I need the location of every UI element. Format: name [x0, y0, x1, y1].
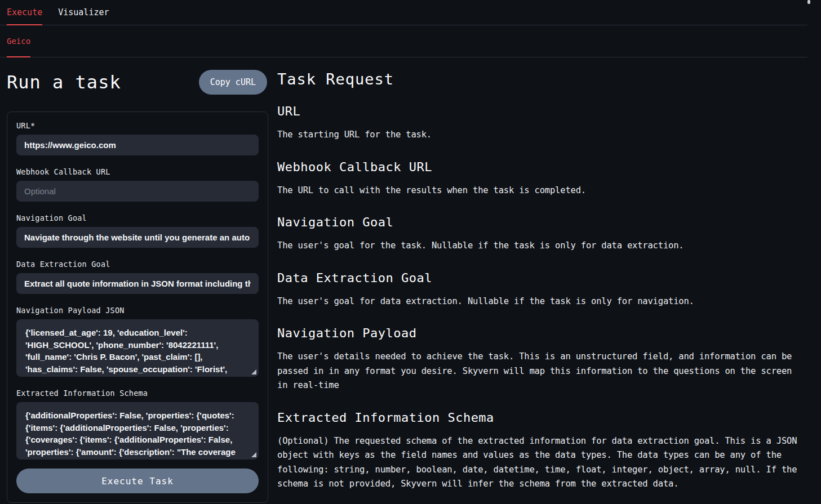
- page: Execute Visualizer Geico Run a task Copy…: [0, 0, 807, 503]
- field-url: URL*: [16, 121, 259, 155]
- url-label: URL*: [16, 121, 259, 130]
- docs-title: Task Request: [277, 70, 807, 88]
- doc-heading-data-extraction-goal: Data Extraction Goal: [277, 271, 807, 285]
- execute-task-button[interactable]: Execute Task: [16, 469, 259, 493]
- sub-tabbar: Geico: [0, 25, 807, 57]
- doc-heading-extracted-schema: Extracted Information Schema: [277, 411, 807, 425]
- webhook-input[interactable]: [16, 181, 259, 202]
- tab-geico[interactable]: Geico: [7, 25, 30, 57]
- field-webhook: Webhook Callback URL: [16, 167, 259, 202]
- doc-heading-navigation-goal: Navigation Goal: [277, 215, 807, 229]
- tab-execute[interactable]: Execute: [7, 0, 42, 25]
- navigation-goal-input[interactable]: [16, 227, 259, 248]
- url-input[interactable]: [16, 135, 259, 155]
- webhook-label: Webhook Callback URL: [16, 167, 259, 176]
- form-header: Run a task Copy cURL: [7, 70, 268, 95]
- field-extracted-schema: Extracted Information Schema {'additiona…: [16, 389, 259, 460]
- doc-body-data-extraction-goal: The user's goal for data extraction. Nul…: [277, 295, 807, 309]
- task-form-card: URL* Webhook Callback URL Navigation Goa…: [7, 111, 268, 503]
- task-form-column: Run a task Copy cURL URL* Webhook Callba…: [7, 69, 268, 503]
- navigation-payload-label: Navigation Payload JSON: [16, 306, 259, 315]
- scrollbar-thumb[interactable]: [807, 0, 810, 4]
- navigation-payload-textarea[interactable]: {'licensed_at_age': 19, 'education_level…: [16, 319, 259, 377]
- doc-heading-webhook: Webhook Callback URL: [277, 160, 807, 174]
- extracted-schema-wrap: {'additionalProperties': False, 'propert…: [16, 402, 259, 460]
- field-data-extraction-goal: Data Extraction Goal: [16, 260, 259, 294]
- doc-body-navigation-payload: The user's details needed to achieve the…: [277, 350, 807, 393]
- data-extraction-goal-input[interactable]: [16, 273, 259, 294]
- main-content: Run a task Copy cURL URL* Webhook Callba…: [0, 57, 807, 503]
- resize-handle-icon[interactable]: [251, 369, 256, 374]
- field-navigation-goal: Navigation Goal: [16, 213, 259, 248]
- copy-curl-button[interactable]: Copy cURL: [199, 70, 267, 95]
- doc-body-extracted-schema: (Optional) The requested schema of the e…: [277, 434, 807, 492]
- data-extraction-goal-label: Data Extraction Goal: [16, 260, 259, 269]
- doc-body-navigation-goal: The user's goal for the task. Nullable i…: [277, 239, 807, 253]
- extracted-schema-textarea[interactable]: {'additionalProperties': False, 'propert…: [16, 402, 259, 460]
- doc-body-webhook: The URL to call with the results when th…: [277, 184, 807, 198]
- tab-visualizer[interactable]: Visualizer: [58, 0, 109, 25]
- resize-handle-icon[interactable]: [251, 452, 256, 457]
- doc-heading-url: URL: [277, 104, 807, 118]
- main-tabbar: Execute Visualizer: [0, 0, 807, 25]
- navigation-goal-label: Navigation Goal: [16, 213, 259, 222]
- navigation-payload-wrap: {'licensed_at_age': 19, 'education_level…: [16, 319, 259, 377]
- doc-body-url: The starting URL for the task.: [277, 128, 807, 142]
- docs-column: Task Request URL The starting URL for th…: [268, 69, 807, 503]
- page-title: Run a task: [7, 72, 121, 93]
- field-navigation-payload: Navigation Payload JSON {'licensed_at_ag…: [16, 306, 259, 377]
- doc-heading-navigation-payload: Navigation Payload: [277, 326, 807, 340]
- extracted-schema-label: Extracted Information Schema: [16, 389, 259, 398]
